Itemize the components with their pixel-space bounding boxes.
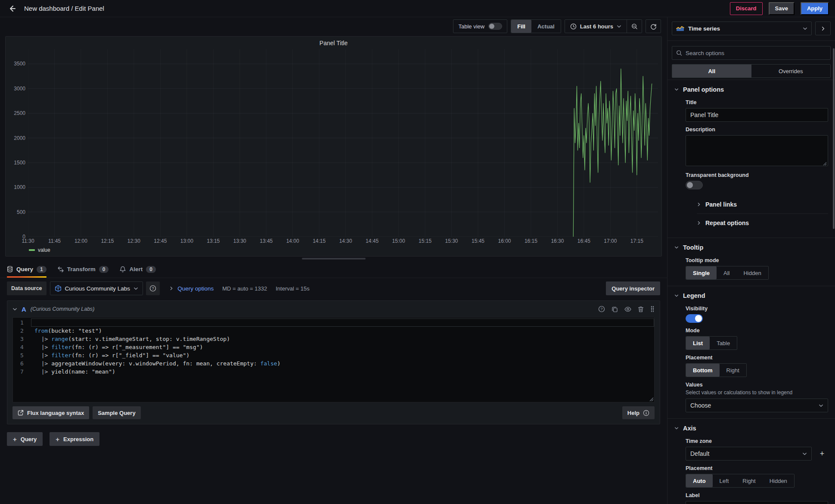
external-link-icon [18, 410, 24, 416]
plot-area[interactable] [28, 49, 658, 237]
panel-title-input[interactable] [686, 108, 828, 122]
tab-query[interactable]: Query 1 [7, 261, 47, 278]
add-expression-button[interactable]: + Expression [50, 432, 99, 446]
tooltip-mode-all[interactable]: All [717, 266, 736, 279]
collapse-sidebar-button[interactable] [815, 22, 831, 35]
legend-placement-bottom[interactable]: Bottom [686, 364, 720, 377]
transparent-bg-toggle[interactable] [686, 181, 703, 189]
y-axis-tick-label: 500 [17, 209, 25, 215]
actual-option[interactable]: Actual [531, 20, 561, 33]
legend-visibility-toggle[interactable] [686, 314, 703, 323]
x-axis-tick-label: 13:45 [260, 238, 273, 244]
datasource-help-button[interactable]: ? [146, 281, 160, 295]
textarea-resize-handle[interactable] [823, 162, 827, 166]
x-axis-tick-label: 14:00 [286, 238, 299, 244]
trash-icon[interactable] [638, 306, 644, 312]
help-circle-icon[interactable]: ? [598, 306, 605, 312]
tab-alert[interactable]: Alert 0 [120, 261, 155, 278]
description-textarea[interactable] [686, 135, 828, 166]
repeat-options-label: Repeat options [705, 220, 749, 226]
chevron-down-icon [819, 403, 823, 408]
section-panel-options-header[interactable]: Panel options [667, 81, 835, 95]
timezone-select[interactable]: Default [686, 447, 812, 461]
back-button[interactable] [6, 3, 18, 15]
query-options-toggle[interactable]: Query options [169, 285, 214, 292]
legend-mode-list[interactable]: List [686, 337, 710, 349]
table-view-toggle[interactable] [488, 23, 502, 30]
axis-label-input[interactable] [686, 501, 828, 504]
x-axis-tick-label: 17:15 [630, 238, 643, 244]
duplicate-icon[interactable] [612, 306, 618, 312]
flux-code-editor[interactable]: 1234567 from(bucket: "test") |> range(st… [12, 317, 655, 402]
sidebar-scrollbar[interactable] [833, 48, 835, 229]
plus-icon: + [13, 436, 17, 443]
timeseries-chart [28, 49, 658, 237]
refresh-button[interactable] [646, 20, 661, 33]
query-ref-id[interactable]: A [22, 306, 26, 313]
editor-resize-handle[interactable] [649, 397, 654, 402]
visualization-panel: Panel Title 0500100015002000250030003500… [5, 36, 662, 257]
filter-tab-all[interactable]: All [672, 65, 751, 77]
x-axis-tick-label: 14:45 [366, 238, 379, 244]
x-axis-tick-label: 15:00 [392, 238, 405, 244]
tab-alert-count: 0 [146, 266, 156, 273]
time-range-picker[interactable]: Last 6 hours [565, 20, 627, 33]
tooltip-mode-single[interactable]: Single [686, 266, 717, 279]
splitter-handle[interactable] [302, 258, 366, 260]
filter-tab-overrides[interactable]: Overrides [751, 65, 831, 77]
panel-links-collapse[interactable]: Panel links [697, 195, 828, 213]
panel-toolbar: Table view Fill Actual Last 6 hours [0, 17, 667, 35]
title-field-label: Title [686, 99, 828, 105]
section-legend-header[interactable]: Legend [667, 287, 835, 301]
axis-label-label: Label [686, 492, 828, 498]
viz-type-select[interactable]: Time series [672, 22, 812, 35]
tab-transform[interactable]: Transform 0 [58, 261, 109, 278]
legend-series-label[interactable]: value [38, 247, 50, 253]
chevron-down-icon[interactable] [12, 307, 17, 312]
discard-button[interactable]: Discard [730, 2, 763, 15]
help-button[interactable]: Help [622, 406, 655, 419]
section-axis-header[interactable]: Axis [667, 420, 835, 433]
save-button[interactable]: Save [769, 2, 795, 15]
drag-handle-icon[interactable] [650, 306, 655, 312]
y-axis-tick-label: 2500 [14, 110, 25, 116]
x-axis-tick-label: 13:15 [207, 238, 220, 244]
fill-option[interactable]: Fill [511, 20, 531, 33]
flux-syntax-button[interactable]: Flux language syntax [12, 406, 89, 419]
axis-placement-left[interactable]: Left [713, 474, 736, 487]
zoom-out-button[interactable] [627, 20, 642, 33]
section-tooltip-header[interactable]: Tooltip [667, 239, 835, 253]
axis-placement-auto[interactable]: Auto [686, 474, 713, 487]
options-search[interactable] [672, 46, 831, 60]
code-line: |> filter(fn: (r) => r["_measurement"] =… [31, 343, 654, 351]
search-options-input[interactable] [686, 50, 826, 56]
code-line: |> aggregateWindow(every: v.windowPeriod… [31, 359, 654, 368]
chevron-down-icon [674, 245, 679, 250]
chevron-down-icon [674, 87, 679, 92]
query-inspector-button[interactable]: Query inspector [606, 281, 660, 295]
section-title: Panel options [683, 86, 724, 93]
legend-placement-right[interactable]: Right [720, 364, 746, 377]
add-query-button[interactable]: + Query [7, 432, 43, 446]
x-axis-tick-label: 11:45 [48, 238, 61, 244]
timezone-label: Time zone [686, 438, 828, 444]
legend-values-select[interactable]: Choose [686, 399, 828, 412]
clock-icon [570, 23, 577, 30]
tooltip-mode-hidden[interactable]: Hidden [736, 266, 768, 279]
datasource-row: Data source Curious Community Labs ? Que… [7, 281, 660, 295]
flux-syntax-label: Flux language syntax [27, 410, 84, 416]
hide-query-eye-icon[interactable] [624, 306, 631, 312]
legend-values-placeholder: Choose [690, 402, 819, 409]
datasource-picker[interactable]: Curious Community Labs [50, 281, 143, 295]
panel-title[interactable]: Panel Title [6, 37, 661, 48]
add-timezone-button[interactable]: + [816, 448, 828, 460]
repeat-options-collapse[interactable]: Repeat options [697, 213, 828, 232]
apply-button[interactable]: Apply [801, 2, 829, 15]
sample-query-button[interactable]: Sample Query [93, 406, 140, 419]
legend-placement-group: Bottom Right [686, 363, 747, 377]
chart-legend: value [6, 246, 661, 256]
axis-placement-right[interactable]: Right [736, 474, 762, 487]
axis-placement-hidden[interactable]: Hidden [763, 474, 794, 487]
code-line: |> range(start: v.timeRangeStart, stop: … [31, 335, 654, 343]
legend-mode-table[interactable]: Table [710, 337, 737, 349]
